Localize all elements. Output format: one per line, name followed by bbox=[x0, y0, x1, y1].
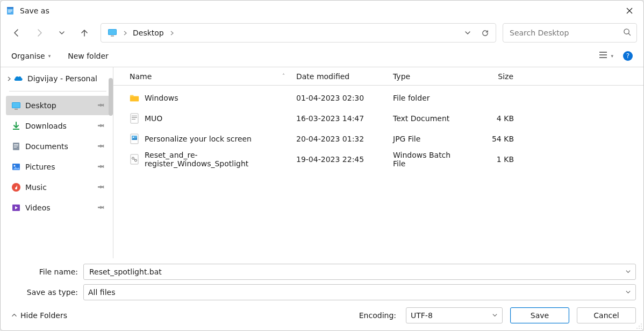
sidebar-item-label: Pictures bbox=[25, 163, 55, 171]
documents-icon bbox=[11, 142, 21, 151]
pin-icon bbox=[96, 100, 106, 110]
svg-rect-4 bbox=[8, 12, 11, 12]
chevron-down-icon[interactable] bbox=[625, 267, 631, 276]
sidebar-separator bbox=[9, 91, 106, 91]
file-row[interactable]: Reset_and_re-register_Windows_Spotlight1… bbox=[124, 149, 643, 170]
address-dropdown-button[interactable] bbox=[460, 25, 475, 40]
organise-button[interactable]: Organise ▾ bbox=[8, 48, 54, 64]
svg-rect-16 bbox=[14, 147, 17, 147]
column-type[interactable]: Type bbox=[388, 67, 471, 85]
file-type: JPG File bbox=[388, 135, 471, 143]
file-size: 1 KB bbox=[471, 155, 519, 164]
resize-grip-icon[interactable] bbox=[635, 322, 642, 329]
pin-icon bbox=[96, 121, 106, 131]
bat-icon bbox=[130, 154, 139, 164]
chevron-down-icon: ▾ bbox=[611, 53, 613, 59]
column-type-label: Type bbox=[393, 72, 410, 81]
svg-rect-13 bbox=[13, 143, 19, 150]
chevron-down-icon[interactable] bbox=[492, 311, 498, 320]
column-date[interactable]: Date modified bbox=[291, 67, 388, 85]
column-headers: Name ˄ Date modified Type Size bbox=[113, 67, 643, 86]
address-bar[interactable]: Desktop bbox=[101, 23, 496, 43]
column-name-label: Name bbox=[130, 72, 152, 81]
file-date: 19-04-2023 22:45 bbox=[291, 155, 388, 164]
svg-rect-3 bbox=[8, 11, 12, 11]
chevron-down-icon[interactable] bbox=[625, 288, 631, 297]
help-button[interactable]: ? bbox=[620, 48, 636, 64]
file-row[interactable]: MUO16-03-2023 14:47Text Document4 KB bbox=[124, 108, 643, 129]
svg-point-35 bbox=[639, 328, 640, 329]
svg-rect-6 bbox=[109, 30, 116, 34]
svg-point-33 bbox=[641, 326, 642, 327]
cancel-label: Cancel bbox=[593, 311, 619, 320]
new-folder-button[interactable]: New folder bbox=[65, 48, 112, 64]
svg-rect-2 bbox=[8, 10, 12, 10]
jpg-icon bbox=[130, 134, 139, 144]
filename-field[interactable] bbox=[83, 264, 636, 280]
svg-rect-23 bbox=[132, 117, 137, 118]
column-name[interactable]: Name ˄ bbox=[124, 67, 291, 85]
column-date-label: Date modified bbox=[296, 72, 349, 81]
search-input[interactable] bbox=[509, 28, 619, 38]
sidebar-item-downloads[interactable]: Downloads bbox=[6, 116, 110, 136]
column-size[interactable]: Size bbox=[471, 67, 519, 85]
music-icon bbox=[11, 182, 21, 192]
save-button[interactable]: Save bbox=[510, 307, 569, 323]
folder-icon bbox=[130, 93, 139, 103]
up-button[interactable] bbox=[75, 23, 94, 43]
recent-locations-button[interactable] bbox=[52, 23, 71, 43]
toolbar: Organise ▾ New folder ▾ ? bbox=[1, 45, 643, 67]
forward-button[interactable] bbox=[30, 23, 49, 43]
refresh-button[interactable] bbox=[477, 25, 492, 40]
file-row[interactable]: Windows01-04-2023 02:30File folder bbox=[124, 88, 643, 108]
file-name: Reset_and_re-register_Windows_Spotlight bbox=[145, 151, 285, 168]
svg-point-34 bbox=[636, 328, 638, 329]
titlebar: Save as bbox=[1, 1, 643, 21]
filename-input[interactable] bbox=[88, 267, 625, 277]
footer: Hide Folders Encoding: UTF-8 Save Cancel bbox=[1, 300, 643, 330]
close-button[interactable] bbox=[618, 1, 641, 21]
svg-rect-22 bbox=[132, 116, 137, 116]
svg-point-18 bbox=[14, 165, 16, 167]
txt-icon bbox=[130, 114, 139, 123]
sidebar-item-label: Documents bbox=[25, 142, 68, 151]
pin-icon bbox=[96, 161, 106, 172]
view-mode-button[interactable]: ▾ bbox=[596, 48, 617, 64]
encoding-value: UTF-8 bbox=[411, 311, 492, 320]
hide-folders-button[interactable]: Hide Folders bbox=[8, 308, 70, 323]
search-box[interactable] bbox=[503, 23, 637, 43]
tree-item-onedrive[interactable]: Digvijay - Personal bbox=[3, 71, 113, 87]
desktop-icon bbox=[108, 27, 117, 39]
sidebar-scrollbar[interactable] bbox=[109, 78, 113, 116]
file-type: Text Document bbox=[388, 114, 471, 123]
file-name: Personalize your lock screen bbox=[145, 135, 252, 143]
desktop-icon bbox=[11, 101, 21, 110]
cancel-button[interactable]: Cancel bbox=[577, 307, 636, 323]
sidebar-item-pictures[interactable]: Pictures bbox=[6, 157, 110, 177]
file-date: 16-03-2023 14:47 bbox=[291, 114, 388, 123]
svg-rect-7 bbox=[111, 36, 114, 37]
encoding-field[interactable]: UTF-8 bbox=[406, 307, 503, 323]
breadcrumb-desktop[interactable]: Desktop bbox=[130, 26, 167, 39]
file-size: 54 KB bbox=[471, 135, 519, 143]
breadcrumb-root[interactable] bbox=[104, 25, 120, 41]
svg-rect-24 bbox=[132, 119, 135, 119]
sidebar: Digvijay - Personal DesktopDownloadsDocu… bbox=[1, 67, 113, 258]
downloads-icon bbox=[11, 121, 21, 131]
chevron-down-icon: ▾ bbox=[48, 53, 51, 59]
file-size: 4 KB bbox=[471, 114, 519, 123]
filename-label: File name: bbox=[8, 267, 83, 276]
sidebar-item-music[interactable]: Music bbox=[6, 178, 110, 197]
sidebar-item-desktop[interactable]: Desktop bbox=[6, 96, 110, 115]
chevron-right-icon bbox=[5, 74, 12, 83]
tree-item-label: Digvijay - Personal bbox=[27, 74, 97, 83]
chevron-right-icon bbox=[123, 29, 127, 37]
search-icon bbox=[623, 28, 631, 38]
back-button[interactable] bbox=[7, 23, 26, 43]
sidebar-item-videos[interactable]: Videos bbox=[6, 198, 110, 217]
column-size-label: Size bbox=[498, 72, 513, 81]
sidebar-item-documents[interactable]: Documents bbox=[6, 137, 110, 156]
filetype-field[interactable]: All files bbox=[83, 284, 636, 300]
svg-rect-10 bbox=[12, 103, 20, 108]
file-row[interactable]: Personalize your lock screen20-04-2023 0… bbox=[124, 129, 643, 149]
